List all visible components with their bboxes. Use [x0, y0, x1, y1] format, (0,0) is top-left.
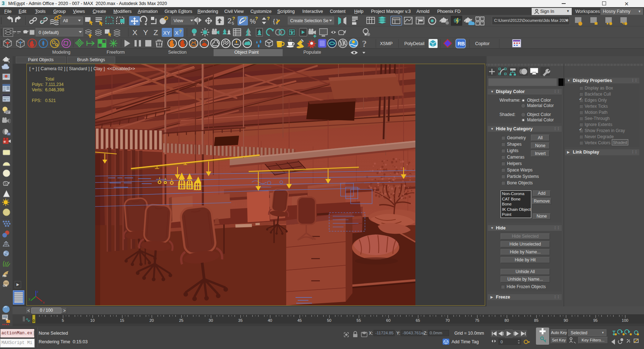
svg-text:90: 90	[564, 318, 568, 323]
svg-text:Copitor: Copitor	[475, 41, 489, 46]
svg-text:75: 75	[475, 318, 479, 323]
svg-text:0: 0	[501, 340, 503, 344]
svg-text:?: ?	[179, 29, 182, 34]
svg-text:5: 5	[62, 318, 64, 323]
svg-text:40: 40	[268, 318, 272, 323]
svg-text:PolyDetail: PolyDetail	[404, 41, 424, 46]
svg-text:55: 55	[357, 318, 361, 323]
svg-text:60: 60	[386, 318, 390, 323]
svg-text:Z: Z	[153, 28, 158, 37]
svg-text:?: ?	[267, 16, 270, 21]
svg-text:?: ?	[232, 16, 235, 21]
svg-text:?: ?	[362, 39, 367, 49]
svg-text:?: ?	[244, 16, 247, 21]
svg-text:80: 80	[504, 318, 509, 323]
svg-text:RB: RB	[458, 41, 465, 47]
svg-text:45: 45	[297, 318, 302, 323]
svg-text:HF: HF	[3, 274, 7, 278]
svg-text:50: 50	[327, 318, 331, 323]
svg-text:X: X	[132, 28, 137, 37]
svg-text:X: X	[175, 30, 179, 36]
svg-text:XY: XY	[163, 30, 170, 36]
svg-text:25: 25	[179, 318, 183, 323]
svg-text:65: 65	[416, 318, 420, 323]
svg-text:10: 10	[90, 318, 94, 323]
svg-text:View: View	[174, 18, 184, 23]
svg-text:95: 95	[593, 318, 597, 323]
svg-text:2: 2	[228, 17, 231, 25]
svg-text:70: 70	[445, 318, 450, 323]
svg-text:20: 20	[150, 318, 154, 323]
svg-text:85: 85	[534, 318, 538, 323]
svg-text:All: All	[63, 18, 68, 23]
svg-text:30: 30	[209, 318, 213, 323]
svg-text:100: 100	[622, 318, 628, 323]
svg-text:35: 35	[238, 318, 243, 323]
svg-text:XSMP: XSMP	[380, 41, 392, 46]
svg-text:C:\Users\20122\Documents\3ds M: C:\Users\20122\Documents\3ds Max 2020	[494, 18, 568, 23]
svg-text:Ox: Ox	[3, 284, 7, 287]
svg-text:15: 15	[120, 318, 124, 323]
svg-text:?: ?	[255, 16, 258, 21]
svg-text:Create Selection Se: Create Selection Se	[290, 18, 328, 23]
svg-text:Y: Y	[143, 28, 148, 37]
svg-text:5: 5	[232, 21, 234, 25]
svg-text:0 (default): 0 (default)	[39, 30, 59, 35]
